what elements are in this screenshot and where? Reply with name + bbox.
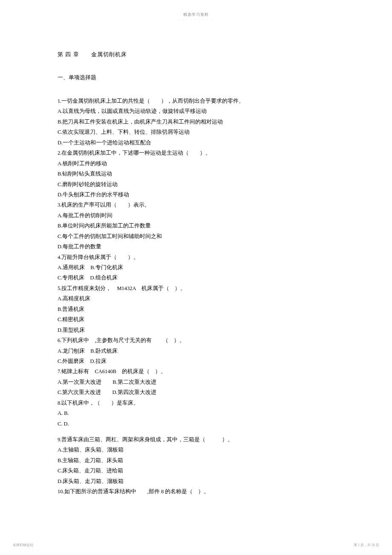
text-line: B.把刀具和工件安装在机床上，由机床产生刀具和工件间的相对运动 xyxy=(58,118,337,127)
page-header: 精选学习资料 xyxy=(0,0,392,17)
text-line: A. B. xyxy=(58,409,337,418)
footer-left-sub: - - - - - - - xyxy=(13,548,39,551)
text-line: B.单位时间内机床所能加工的工件数量 xyxy=(58,221,337,230)
text-line: C.依次实现退刀、上料、下料、转位、排除切屑等运动 xyxy=(58,128,337,137)
text-line: 7.铭牌上标有 CA6140B 的机床是（ ）。 xyxy=(58,367,337,376)
text-line: D.一个主运动和一个进给运动相互配合 xyxy=(58,138,337,147)
footer-left: 名师归纳总结 xyxy=(13,543,33,547)
footer-right: 第 1 页，共 26 页 xyxy=(354,543,379,547)
text-line: B.主轴箱、走刀箱、床头箱 xyxy=(58,456,337,465)
text-line: 2.在金属切削机床加工中，下述哪一种运动是主运动（ ）。 xyxy=(58,149,337,158)
text-line: C.每个工件的切削加工时间和辅助时间之和 xyxy=(58,232,337,241)
text-line: A.高精度机床 xyxy=(58,294,337,303)
text-line: 9.普通车床由三箱、两杠、两架和床身组成，其中，三箱是（ ）。 xyxy=(58,435,337,444)
text-line: A.第一次重大改进 B.第二次重大改进 xyxy=(58,378,337,387)
text-line: D.床头箱、走刀箱、溜板箱 xyxy=(58,477,337,486)
text-line: C.第六次重大改进 D.第四次重大改进 xyxy=(58,388,337,397)
text-line: C.外圆磨床 D.拉床 xyxy=(58,357,337,366)
text-line: A.铣削时工件的移动 xyxy=(58,159,337,168)
text-line: 3.机床的生产率可以用（ ）表示。 xyxy=(58,201,337,210)
text-line: A.主轴箱、床头箱、溜板箱 xyxy=(58,446,337,454)
text-line: C.专用机床 D.组合机床 xyxy=(58,273,337,282)
text-line: A.以直线为母线，以圆或直线为运动轨迹，做旋转或平移运动 xyxy=(58,107,337,116)
text-line: 1.一切金属切削机床上加工的共性是（ ），从而切削出合乎要求的零件。 xyxy=(58,97,337,106)
text-line: C.磨削时砂轮的旋转运动 xyxy=(58,180,337,189)
text-line: B.钻削时钻头直线运动 xyxy=(58,170,337,178)
text-line: 8.以下机床中，（ ）是车床。 xyxy=(58,399,337,408)
text-line: A.通用机床 B.专门化机床 xyxy=(58,263,337,272)
text-line: C. D. xyxy=(58,420,337,428)
text-line: C.精密机床 xyxy=(58,315,337,324)
text-line: 4.万能升降台铣床属于（ ）。 xyxy=(58,253,337,262)
text-line: 5.按工作精度来划分， M1432A 机床属于（ ）。 xyxy=(58,284,337,293)
text-line: B.普通机床 xyxy=(58,305,337,314)
section-title: 一、单项选择题 xyxy=(58,74,337,81)
text-line: C.床头箱、走刀箱、进给箱 xyxy=(58,466,337,475)
text-line: D.每批工件的数量 xyxy=(58,242,337,251)
text-line: D.重型机床 xyxy=(58,326,337,335)
text-line: A.每批工件的切削时间 xyxy=(58,211,337,220)
text-line: 6.下列机床中 ,主参数与尺寸无关的有 （ ）。 xyxy=(58,336,337,345)
text-line: A.龙门刨床 B.卧式铣床 xyxy=(58,347,337,356)
text-line: 10.如下图所示的普通车床结构中 ,部件 8 的名称是（ ）。 xyxy=(58,487,337,496)
text-line: D.牛头刨床工作台的水平移动 xyxy=(58,190,337,199)
content-area: 第 四 章 金属切削机床 一、单项选择题 1.一切金属切削机床上加工的共性是（ … xyxy=(0,21,392,496)
chapter-title: 第 四 章 金属切削机床 xyxy=(58,51,337,58)
